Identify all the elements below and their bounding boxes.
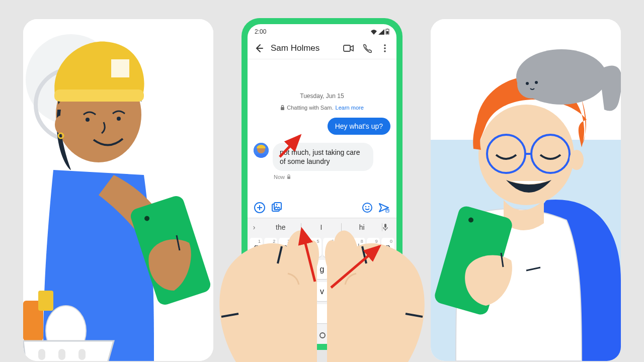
- svg-point-29: [535, 81, 538, 84]
- app-bar: Sam Holmes: [248, 37, 396, 59]
- lock-icon: [287, 174, 291, 179]
- svg-point-7: [117, 117, 121, 121]
- character-left-illustration: [23, 19, 213, 361]
- more-options-button[interactable]: [378, 42, 391, 55]
- svg-point-23: [570, 150, 584, 170]
- encryption-learn-more-link[interactable]: Learn more: [336, 105, 364, 111]
- signal-icon: [378, 29, 384, 35]
- svg-point-38: [384, 50, 386, 52]
- svg-point-37: [384, 47, 386, 49]
- video-call-button[interactable]: [342, 42, 355, 55]
- svg-rect-17: [78, 349, 86, 360]
- svg-rect-16: [58, 349, 65, 360]
- contact-avatar[interactable]: [254, 143, 269, 158]
- timestamp-label: Now: [274, 174, 285, 180]
- encryption-text: Chatting with Sam.: [287, 105, 333, 111]
- wifi-icon: [370, 29, 377, 35]
- battery-icon: [385, 29, 389, 35]
- svg-point-8: [55, 116, 67, 134]
- message-timestamp: Now: [274, 174, 390, 180]
- svg-rect-43: [287, 176, 290, 179]
- left-thumb: [267, 266, 312, 332]
- status-icons: [370, 29, 389, 35]
- lock-icon: [280, 105, 285, 111]
- svg-point-36: [384, 44, 386, 46]
- svg-rect-42: [256, 154, 266, 158]
- svg-rect-33: [386, 31, 388, 34]
- right-thumb: [332, 266, 377, 332]
- svg-point-25: [517, 70, 545, 99]
- svg-rect-13: [38, 291, 53, 311]
- date-stamp: Tuesday, Jun 15: [254, 93, 390, 100]
- contact-name[interactable]: Sam Holmes: [271, 43, 337, 53]
- incoming-message-row: not much, just taking care of some laund…: [254, 143, 390, 171]
- outgoing-message[interactable]: Hey what's up?: [328, 118, 390, 135]
- svg-rect-34: [387, 29, 388, 29]
- incoming-message[interactable]: not much, just taking care of some laund…: [273, 143, 373, 171]
- status-bar: 2:00: [248, 24, 396, 37]
- chat-area[interactable]: Tuesday, Jun 15 Chatting with Sam. Learn…: [248, 59, 396, 198]
- svg-rect-35: [344, 45, 350, 51]
- svg-point-6: [86, 118, 90, 122]
- svg-rect-4: [54, 89, 144, 102]
- back-button[interactable]: [253, 42, 266, 55]
- svg-rect-39: [281, 107, 284, 110]
- character-right-illustration: [431, 19, 621, 361]
- svg-rect-15: [38, 349, 45, 360]
- svg-point-28: [526, 82, 529, 85]
- status-time: 2:00: [255, 28, 266, 35]
- right-character-card: [431, 19, 621, 361]
- svg-rect-5: [111, 59, 129, 77]
- encryption-notice: Chatting with Sam. Learn more: [254, 105, 390, 111]
- voice-call-button[interactable]: [360, 42, 373, 55]
- left-character-card: [23, 19, 213, 361]
